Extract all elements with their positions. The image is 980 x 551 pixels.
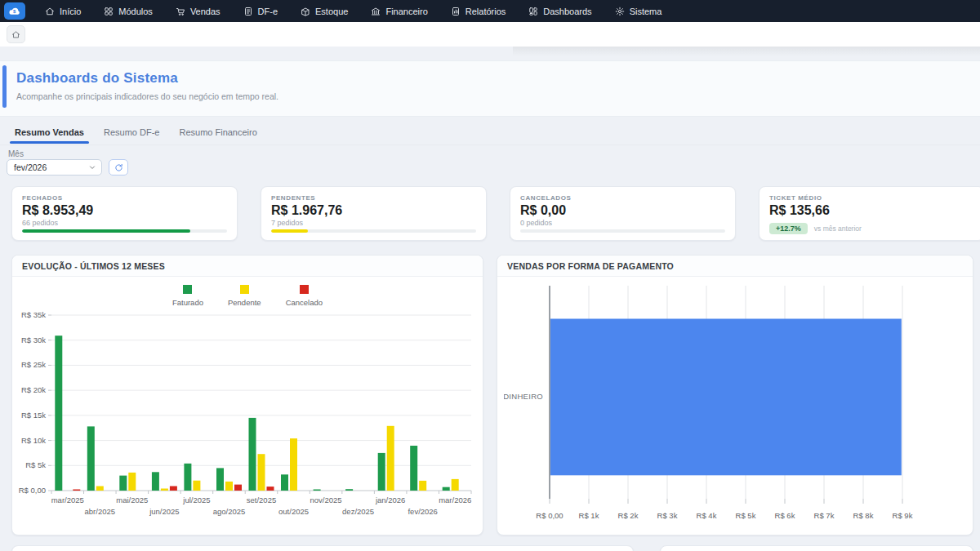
kpi-progress-track xyxy=(22,229,227,233)
legend-swatch xyxy=(240,285,249,294)
active-tab-underline xyxy=(10,141,89,144)
tab-label: Resumo Vendas xyxy=(15,127,84,137)
legend-label: Pendente xyxy=(228,298,261,307)
kpi-badge-note: vs mês anterior xyxy=(814,224,862,233)
nav-item-label: Início xyxy=(60,7,81,16)
legend-swatch xyxy=(183,285,192,294)
nav-item-label: Vendas xyxy=(190,7,220,16)
nav-item-estoque[interactable]: Estoque xyxy=(289,0,359,22)
svg-text:jun/2025: jun/2025 xyxy=(149,507,179,516)
evolution-chart: R$ 0,00R$ 5kR$ 10kR$ 15kR$ 20kR$ 25kR$ 3… xyxy=(19,307,476,521)
bar-faturado-ago/2025 xyxy=(216,468,224,491)
evolution-chart-title: EVOLUÇÃO - ÚLTIMOS 12 MESES xyxy=(12,256,483,277)
legend-label: Faturado xyxy=(172,298,203,307)
chevron-down-icon xyxy=(88,163,96,171)
bar-faturado-mar/2025 xyxy=(55,335,62,491)
kpi-progress-fill xyxy=(271,229,308,233)
dashboard-icon xyxy=(528,7,538,16)
svg-text:R$ 20k: R$ 20k xyxy=(21,385,46,394)
category-label-dinheiro: DINHEIRO xyxy=(504,392,543,401)
svg-text:fev/2026: fev/2026 xyxy=(408,507,437,516)
kpi-label: FECHADOS xyxy=(22,194,227,202)
nav-item-vendas[interactable]: Vendas xyxy=(164,0,232,22)
payment-chart: R$ 0,00R$ 1kR$ 2kR$ 3kR$ 4kR$ 5kR$ 6kR$ … xyxy=(504,282,966,527)
report-icon xyxy=(451,7,461,16)
bar-faturado-nov/2025 xyxy=(314,490,321,491)
legend-item-pendente[interactable]: Pendente xyxy=(228,285,261,307)
tabs-divider xyxy=(0,144,980,145)
sales-icon xyxy=(176,7,185,16)
bar-faturado-jun/2025 xyxy=(152,472,159,491)
tab-label: Resumo DF-e xyxy=(104,127,159,137)
modules-icon xyxy=(104,7,114,16)
svg-text:R$ 0,00: R$ 0,00 xyxy=(19,486,46,495)
nav-item-financeiro[interactable]: Financeiro xyxy=(359,0,439,22)
svg-text:abr/2025: abr/2025 xyxy=(85,507,116,516)
bar-pendente-mai/2025 xyxy=(128,473,136,491)
svg-text:mar/2025: mar/2025 xyxy=(51,495,84,504)
kpi-label: CANCELADOS xyxy=(520,194,725,202)
refresh-button[interactable] xyxy=(109,159,128,176)
gear-icon xyxy=(615,7,625,16)
svg-text:dez/2025: dez/2025 xyxy=(342,507,374,516)
bar-pendente-abr/2025 xyxy=(96,487,104,491)
legend-item-faturado[interactable]: Faturado xyxy=(172,285,203,307)
tab-label: Resumo Financeiro xyxy=(179,127,256,137)
nav-item-dashboards[interactable]: Dashboards xyxy=(517,0,603,22)
legend-swatch xyxy=(300,285,309,294)
svg-text:mai/2025: mai/2025 xyxy=(116,495,148,504)
breadcrumb-home-button[interactable] xyxy=(7,25,25,43)
evolution-chart-legend: Faturado Pendente Cancelado xyxy=(12,285,483,307)
nav-item-label: Sistema xyxy=(630,7,662,16)
svg-text:R$ 1k: R$ 1k xyxy=(579,511,599,520)
navbar-menu: InícioMódulosVendasDF-eEstoqueFinanceiro… xyxy=(33,0,673,22)
bar-cancelado-jun/2025 xyxy=(170,487,177,491)
nav-item-relatorios[interactable]: Relatórios xyxy=(439,0,518,22)
kpi-subtext: 7 pedidos xyxy=(271,219,476,227)
tab-resumo-financeiro[interactable]: Resumo Financeiro xyxy=(171,124,265,144)
svg-text:R$ 7k: R$ 7k xyxy=(814,511,835,520)
app-logo[interactable]: $ xyxy=(4,2,25,20)
nav-item-label: Módulos xyxy=(118,7,153,16)
bar-faturado-jul/2025 xyxy=(184,464,191,491)
svg-text:R$ 9k: R$ 9k xyxy=(893,511,913,520)
kpi-value: R$ 1.967,76 xyxy=(271,203,476,218)
legend-item-cancelado[interactable]: Cancelado xyxy=(286,285,323,307)
bar-faturado-dez/2025 xyxy=(345,489,353,491)
svg-text:out/2025: out/2025 xyxy=(278,507,309,516)
tab-resumo-dfe[interactable]: Resumo DF-e xyxy=(96,124,167,144)
bar-pendente-out/2025 xyxy=(290,438,297,491)
nav-item-sistema[interactable]: Sistema xyxy=(604,0,674,22)
svg-text:R$ 25k: R$ 25k xyxy=(21,360,46,369)
bar-cancelado-set/2025 xyxy=(267,487,274,491)
page-header-strip xyxy=(0,60,980,117)
dashboard-tabs: Resumo VendasResumo DF-eResumo Financeir… xyxy=(7,124,265,144)
month-select[interactable]: fev/2026 xyxy=(7,159,102,176)
chevron-down-icon xyxy=(88,163,96,171)
month-filter-label: Mês xyxy=(8,149,24,158)
kpi-row: FECHADOS R$ 8.953,49 66 pedidos PENDENTE… xyxy=(11,186,980,241)
svg-text:R$ 15k: R$ 15k xyxy=(21,411,46,420)
evolution-chart-body: R$ 0,00R$ 5kR$ 10kR$ 15kR$ 20kR$ 25kR$ 3… xyxy=(12,307,483,524)
home-icon xyxy=(45,7,55,16)
tab-resumo-vendas[interactable]: Resumo Vendas xyxy=(7,124,92,144)
payment-chart-body: R$ 0,00R$ 1kR$ 2kR$ 3kR$ 4kR$ 5kR$ 6kR$ … xyxy=(497,277,973,530)
nav-item-modulos[interactable]: Módulos xyxy=(92,0,164,22)
kpi-value: R$ 0,00 xyxy=(520,203,725,218)
home-icon xyxy=(11,30,20,39)
svg-text:ago/2025: ago/2025 xyxy=(213,507,246,516)
bar-pendente-jul/2025 xyxy=(193,481,200,491)
bar-pendente-mar/2026 xyxy=(452,479,459,491)
svg-text:R$ 30k: R$ 30k xyxy=(21,335,46,344)
bank-icon xyxy=(371,7,381,16)
svg-text:R$ 5k: R$ 5k xyxy=(25,460,46,469)
kpi-progress-track xyxy=(271,229,476,233)
nav-item-inicio[interactable]: Início xyxy=(33,0,92,22)
header-accent-bar xyxy=(2,65,7,108)
svg-text:R$ 5k: R$ 5k xyxy=(736,511,756,520)
card-partial-left xyxy=(11,545,634,551)
svg-text:jul/2025: jul/2025 xyxy=(182,495,210,504)
nav-item-dfe[interactable]: DF-e xyxy=(232,0,289,22)
bar-faturado-set/2025 xyxy=(249,418,256,491)
bar-pendente-ago/2025 xyxy=(225,482,233,491)
